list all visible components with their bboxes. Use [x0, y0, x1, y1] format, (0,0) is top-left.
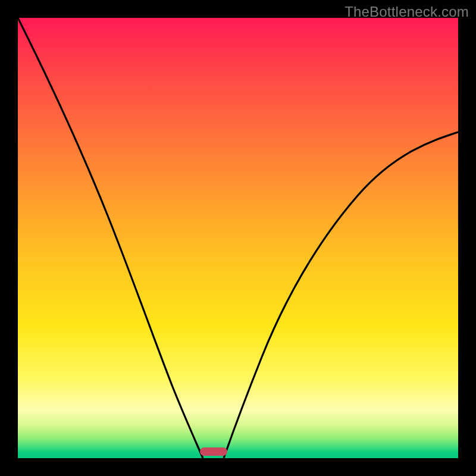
bottleneck-curve-right [224, 132, 458, 458]
plot-area [18, 18, 458, 458]
chart-frame: TheBottleneck.com [0, 0, 476, 476]
curve-layer [18, 18, 458, 458]
optimal-marker [200, 447, 227, 456]
bottleneck-curve-left [18, 18, 203, 458]
watermark-text: TheBottleneck.com [345, 4, 469, 20]
